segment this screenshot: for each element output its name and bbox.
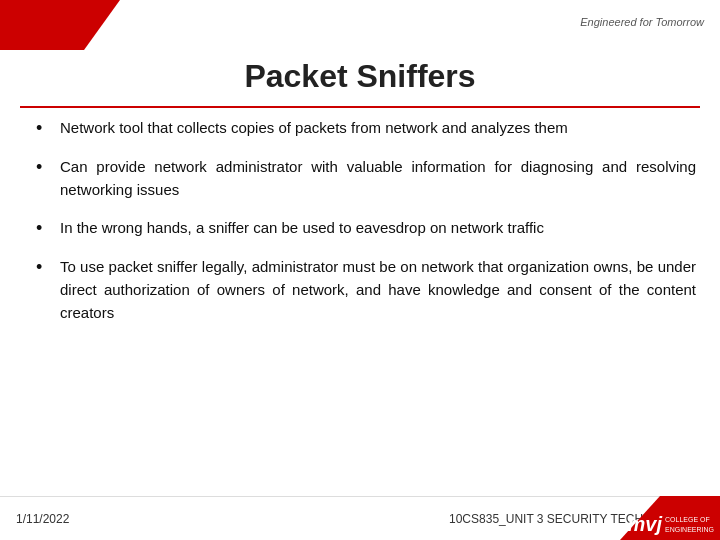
bullet-dot: • — [36, 116, 54, 141]
bullet-text-4: To use packet sniffer legally, administr… — [60, 255, 696, 325]
mvj-logo: mvj COLLEGE OF ENGINEERING — [628, 513, 714, 536]
bullet-dot: • — [36, 255, 54, 280]
slide-title: Packet Sniffers — [0, 48, 720, 99]
bullet-list: • Network tool that collects copies of p… — [36, 116, 696, 325]
bullet-text-3: In the wrong hands, a sniffer can be use… — [60, 216, 544, 239]
bottom-bar: 1/11/2022 10CS835_UNIT 3 SECURITY TECHNO… — [0, 496, 720, 540]
footer-date: 1/11/2022 — [16, 512, 69, 526]
bullet-dot: • — [36, 155, 54, 180]
list-item: • In the wrong hands, a sniffer can be u… — [36, 216, 696, 241]
bullet-text-1: Network tool that collects copies of pac… — [60, 116, 568, 139]
engineered-label: Engineered for Tomorrow — [580, 16, 704, 28]
bullet-dot: • — [36, 216, 54, 241]
top-accent-shape — [0, 0, 120, 50]
list-item: • Can provide network administrator with… — [36, 155, 696, 202]
bullet-text-2: Can provide network administrator with v… — [60, 155, 696, 202]
mvj-logo-text: mvj — [628, 513, 662, 536]
content-area: • Network tool that collects copies of p… — [36, 116, 696, 480]
list-item: • To use packet sniffer legally, adminis… — [36, 255, 696, 325]
college-line2: ENGINEERING — [665, 525, 714, 534]
title-rule — [20, 106, 700, 108]
list-item: • Network tool that collects copies of p… — [36, 116, 696, 141]
college-text-block: COLLEGE OF ENGINEERING — [665, 515, 714, 533]
college-line1: COLLEGE OF — [665, 515, 714, 524]
